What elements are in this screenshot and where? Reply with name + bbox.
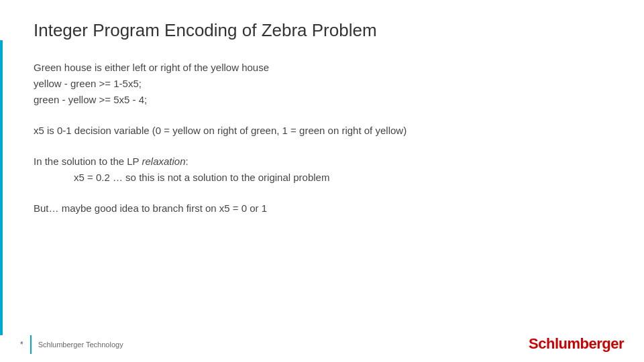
p3-line2: x5 = 0.2 … so this is not a solution to … — [34, 172, 329, 183]
paragraph-4: But… maybe good idea to branch first on … — [34, 200, 610, 217]
schlumberger-logo: Schlumberger — [529, 335, 624, 353]
left-accent-bar — [0, 40, 3, 335]
paragraph-3: In the solution to the LP relaxation: x5… — [34, 154, 610, 186]
p1-line1: Green house is either left or right of t… — [34, 62, 269, 73]
p1-line3: green - yellow >= 5x5 - 4; — [34, 94, 147, 105]
p3-italic: relaxation — [142, 156, 186, 167]
p2-line1: x5 is 0-1 decision variable (0 = yellow … — [34, 125, 407, 136]
slide-title: Integer Program Encoding of Zebra Proble… — [34, 20, 610, 41]
footer-divider-bar — [30, 335, 32, 354]
p4-line1: But… maybe good idea to branch first on … — [34, 202, 267, 214]
paragraph-2: x5 is 0-1 decision variable (0 = yellow … — [34, 123, 610, 139]
p1-line2: yellow - green >= 1-5x5; — [34, 78, 142, 89]
footer-star: * — [20, 340, 23, 349]
content-area: Green house is either left or right of t… — [34, 60, 610, 217]
p3-line1: In the solution to the LP relaxation: — [34, 156, 189, 167]
paragraph-1: Green house is either left or right of t… — [34, 60, 610, 108]
slide: Integer Program Encoding of Zebra Proble… — [0, 0, 644, 362]
footer-company-text: Schlumberger Technology — [38, 341, 123, 349]
